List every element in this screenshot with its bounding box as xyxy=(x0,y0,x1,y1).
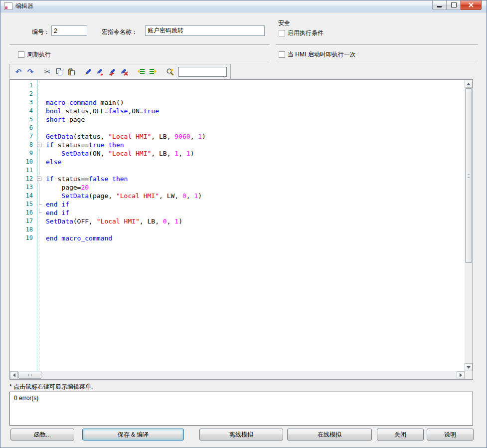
find-icon xyxy=(166,68,174,76)
line-number: 18 xyxy=(10,225,35,234)
horizontal-scroll-thumb[interactable] xyxy=(18,372,41,379)
scroll-up-button[interactable] xyxy=(465,80,473,88)
fold-margin xyxy=(35,90,43,98)
minimize-button[interactable] xyxy=(432,0,447,10)
separator xyxy=(9,44,270,45)
bookmark-prev-button[interactable] xyxy=(106,66,118,78)
security-group-label: 安全 xyxy=(278,19,290,27)
scroll-left-button[interactable] xyxy=(10,371,18,379)
up-arrow-icon xyxy=(467,83,471,85)
code-text xyxy=(43,166,46,175)
scroll-down-button[interactable] xyxy=(465,363,473,371)
code-line[interactable]: 13 page=20 xyxy=(10,183,465,192)
macro-name-input[interactable] xyxy=(145,25,265,36)
outdent-button[interactable] xyxy=(135,66,147,78)
redo-button[interactable]: ↷ xyxy=(24,66,36,78)
online-simulation-button[interactable]: 在线模拟 xyxy=(287,429,372,441)
code-text: end macro_command xyxy=(43,234,112,242)
bookmark-clear-button[interactable] xyxy=(118,66,130,78)
code-line[interactable]: 3macro_command main() xyxy=(10,98,465,107)
close-dialog-button[interactable]: 关闭 xyxy=(377,429,424,441)
checkbox-box[interactable] xyxy=(279,30,285,36)
run-on-startup-checkbox[interactable]: 当 HMI 启动时即执行一次 xyxy=(279,50,356,59)
code-viewport[interactable]: 123macro_command main()4bool status,OFF=… xyxy=(10,80,465,371)
periodic-exec-label: 周期执行 xyxy=(27,50,51,59)
enable-condition-label: 启用执行条件 xyxy=(288,29,324,37)
code-line[interactable]: 19end macro_command xyxy=(10,234,465,242)
vertical-scrollbar[interactable] xyxy=(465,80,473,371)
code-line[interactable]: 18 xyxy=(10,225,465,234)
checkbox-box[interactable] xyxy=(279,51,285,58)
fold-margin xyxy=(35,166,43,175)
fold-margin xyxy=(35,217,43,225)
code-line[interactable]: 4bool status,OFF=false,ON=true xyxy=(10,107,465,115)
toolbar-search-input[interactable] xyxy=(178,67,227,77)
left-arrow-icon xyxy=(13,373,15,377)
code-line[interactable]: 15end if xyxy=(10,200,465,209)
code-text xyxy=(43,90,46,98)
code-line[interactable]: 8if status==true then xyxy=(10,141,465,149)
fold-margin xyxy=(35,98,43,107)
line-number: 13 xyxy=(10,183,35,192)
titlebar[interactable]: 编辑器 xyxy=(0,0,487,12)
fold-toggle-icon[interactable] xyxy=(35,141,43,149)
indent-button[interactable] xyxy=(147,66,159,78)
outdent-icon xyxy=(137,68,145,76)
undo-button[interactable]: ↶ xyxy=(12,66,24,78)
enable-condition-checkbox[interactable]: 启用执行条件 xyxy=(279,29,324,37)
code-text: bool status,OFF=false,ON=true xyxy=(43,107,159,115)
scroll-right-button[interactable] xyxy=(457,371,465,379)
code-line[interactable]: 1 xyxy=(10,81,465,90)
paste-button[interactable] xyxy=(65,66,77,78)
hint-text: * 点击鼠标右键可显示编辑菜单. xyxy=(9,383,93,391)
line-number: 9 xyxy=(10,149,35,158)
offline-simulation-button[interactable]: 离线模拟 xyxy=(199,429,283,441)
macro-code-editor: 123macro_command main()4bool status,OFF=… xyxy=(9,79,473,380)
maximize-button[interactable] xyxy=(447,0,461,10)
close-button[interactable] xyxy=(461,0,482,10)
find-button[interactable] xyxy=(164,66,176,78)
bookmark-toggle-button[interactable] xyxy=(82,66,94,78)
code-line[interactable]: 12if status==false then xyxy=(10,175,465,183)
close-icon xyxy=(461,0,481,9)
code-line[interactable]: 9 SetData(ON, "Local HMI", LB, 1, 1) xyxy=(10,149,465,158)
line-number: 12 xyxy=(10,175,35,183)
error-count: 0 error(s) xyxy=(10,392,473,404)
code-line[interactable]: 6 xyxy=(10,124,465,132)
paste-icon xyxy=(67,68,75,76)
fold-margin xyxy=(35,209,43,217)
cut-icon: ✂ xyxy=(44,68,51,76)
fold-margin xyxy=(35,124,43,132)
macro-id-input[interactable] xyxy=(51,25,87,36)
code-text: SetData(OFF, "Local HMI", LB, 0, 1) xyxy=(43,217,182,225)
code-text: SetData(ON, "Local HMI", LB, 1, 1) xyxy=(43,149,194,158)
fold-margin xyxy=(35,200,43,209)
code-line[interactable]: 10else xyxy=(10,158,465,166)
code-line[interactable]: 16end if xyxy=(10,209,465,217)
vertical-scroll-thumb[interactable] xyxy=(465,88,472,263)
code-line[interactable]: 17SetData(OFF, "Local HMI", LB, 0, 1) xyxy=(10,217,465,225)
bookmark-next-icon xyxy=(96,68,104,76)
fold-margin xyxy=(35,183,43,192)
line-number: 3 xyxy=(10,98,35,107)
save-compile-button[interactable]: 保存 & 编译 xyxy=(82,429,184,441)
cut-button[interactable]: ✂ xyxy=(41,66,53,78)
code-line[interactable]: 5short page xyxy=(10,115,465,124)
fold-margin xyxy=(35,149,43,158)
code-line[interactable]: 2 xyxy=(10,90,465,98)
fold-toggle-icon[interactable] xyxy=(35,175,43,183)
help-button[interactable]: 说明 xyxy=(427,429,474,441)
editor-toolbar: ↶ ↷ ✂ xyxy=(9,64,231,79)
code-line[interactable]: 14 SetData(page, "Local HMI", LW, 0, 1) xyxy=(10,192,465,200)
checkbox-box[interactable] xyxy=(18,51,24,58)
functions-button[interactable]: 函数... xyxy=(10,429,74,441)
copy-button[interactable] xyxy=(53,66,65,78)
code-text xyxy=(43,81,46,90)
horizontal-scrollbar[interactable] xyxy=(10,371,465,379)
line-number: 19 xyxy=(10,234,35,242)
code-line[interactable]: 11 xyxy=(10,166,465,175)
bookmark-next-button[interactable] xyxy=(94,66,106,78)
periodic-exec-checkbox[interactable]: 周期执行 xyxy=(18,50,51,59)
bookmark-prev-icon xyxy=(108,68,116,76)
code-line[interactable]: 7GetData(status, "Local HMI", LB, 9060, … xyxy=(10,132,465,141)
